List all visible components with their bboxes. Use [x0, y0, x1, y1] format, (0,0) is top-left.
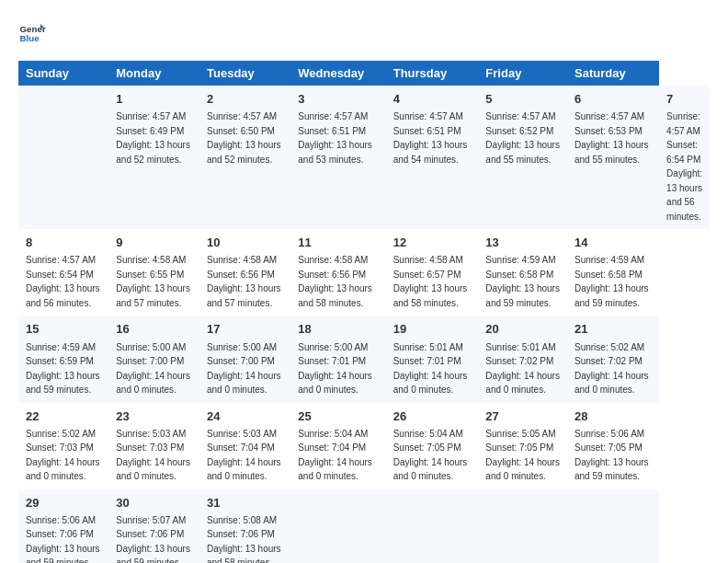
- page-header: General Blue: [18, 18, 710, 46]
- day-number: 11: [298, 235, 378, 251]
- calendar-cell: 20Sunrise: 5:01 AMSunset: 7:02 PMDayligh…: [478, 316, 567, 402]
- day-number: 20: [485, 321, 560, 338]
- day-info: Sunrise: 4:58 AMSunset: 6:57 PMDaylight:…: [393, 255, 468, 308]
- day-number: 14: [574, 235, 652, 251]
- calendar-cell: 10Sunrise: 4:58 AMSunset: 6:56 PMDayligh…: [199, 229, 290, 316]
- logo-icon: General Blue: [18, 18, 46, 46]
- calendar-week-row: 29Sunrise: 5:06 AMSunset: 7:06 PMDayligh…: [18, 489, 710, 563]
- calendar-week-row: 15Sunrise: 4:59 AMSunset: 6:59 PMDayligh…: [18, 316, 710, 402]
- day-number: 18: [298, 321, 378, 338]
- calendar-cell: 31Sunrise: 5:08 AMSunset: 7:06 PMDayligh…: [199, 489, 290, 563]
- day-info: Sunrise: 5:03 AMSunset: 7:04 PMDaylight:…: [207, 429, 281, 482]
- day-number: 26: [393, 408, 472, 425]
- calendar-cell: [478, 489, 567, 563]
- day-info: Sunrise: 4:57 AMSunset: 6:54 PMDaylight:…: [666, 111, 702, 222]
- day-number: 22: [26, 408, 101, 425]
- calendar-cell: 14Sunrise: 4:59 AMSunset: 6:58 PMDayligh…: [567, 229, 659, 316]
- calendar-cell: 9Sunrise: 4:58 AMSunset: 6:55 PMDaylight…: [108, 229, 199, 316]
- calendar-cell: 29Sunrise: 5:06 AMSunset: 7:06 PMDayligh…: [18, 489, 108, 563]
- calendar-cell: 30Sunrise: 5:07 AMSunset: 7:06 PMDayligh…: [108, 489, 199, 563]
- calendar-cell: [290, 489, 385, 563]
- day-number: 8: [26, 235, 101, 251]
- column-header-thursday: Thursday: [386, 61, 479, 86]
- calendar-cell: 26Sunrise: 5:04 AMSunset: 7:05 PMDayligh…: [386, 403, 479, 489]
- day-info: Sunrise: 4:58 AMSunset: 6:56 PMDaylight:…: [298, 255, 372, 308]
- calendar-cell: 6Sunrise: 4:57 AMSunset: 6:53 PMDaylight…: [567, 86, 659, 229]
- day-number: 25: [298, 408, 378, 425]
- day-info: Sunrise: 4:59 AMSunset: 6:58 PMDaylight:…: [485, 255, 560, 308]
- calendar-cell: 7Sunrise: 4:57 AMSunset: 6:54 PMDaylight…: [659, 86, 710, 229]
- calendar-cell: 27Sunrise: 5:05 AMSunset: 7:05 PMDayligh…: [478, 403, 567, 489]
- day-number: 9: [116, 235, 192, 251]
- calendar-week-row: 1Sunrise: 4:57 AMSunset: 6:49 PMDaylight…: [18, 86, 710, 229]
- day-number: 17: [207, 321, 283, 338]
- day-info: Sunrise: 5:02 AMSunset: 7:03 PMDaylight:…: [26, 429, 100, 482]
- day-info: Sunrise: 5:00 AMSunset: 7:01 PMDaylight:…: [298, 342, 372, 396]
- day-info: Sunrise: 4:57 AMSunset: 6:53 PMDaylight:…: [574, 111, 649, 165]
- logo: General Blue: [18, 18, 46, 46]
- day-info: Sunrise: 5:01 AMSunset: 7:01 PMDaylight:…: [393, 342, 468, 396]
- calendar-cell: 3Sunrise: 4:57 AMSunset: 6:51 PMDaylight…: [290, 86, 385, 229]
- day-number: 10: [207, 235, 283, 251]
- column-header-monday: Monday: [108, 61, 199, 86]
- day-number: 16: [116, 321, 192, 338]
- calendar-cell: 5Sunrise: 4:57 AMSunset: 6:52 PMDaylight…: [478, 86, 567, 229]
- calendar-cell: 12Sunrise: 4:58 AMSunset: 6:57 PMDayligh…: [386, 229, 479, 316]
- day-number: 7: [666, 91, 702, 108]
- svg-text:Blue: Blue: [20, 33, 40, 43]
- day-info: Sunrise: 4:57 AMSunset: 6:51 PMDaylight:…: [298, 111, 372, 165]
- day-info: Sunrise: 4:57 AMSunset: 6:51 PMDaylight:…: [393, 111, 468, 165]
- day-number: 30: [116, 495, 192, 511]
- day-number: 27: [485, 408, 560, 425]
- calendar-cell: 23Sunrise: 5:03 AMSunset: 7:03 PMDayligh…: [108, 403, 199, 489]
- calendar-cell: 24Sunrise: 5:03 AMSunset: 7:04 PMDayligh…: [199, 403, 290, 489]
- calendar-cell: 11Sunrise: 4:58 AMSunset: 6:56 PMDayligh…: [290, 229, 385, 316]
- day-number: 28: [574, 408, 652, 425]
- calendar-cell: 13Sunrise: 4:59 AMSunset: 6:58 PMDayligh…: [478, 229, 567, 316]
- calendar-cell: 22Sunrise: 5:02 AMSunset: 7:03 PMDayligh…: [18, 403, 108, 489]
- day-info: Sunrise: 5:03 AMSunset: 7:03 PMDaylight:…: [116, 429, 190, 482]
- calendar-week-row: 8Sunrise: 4:57 AMSunset: 6:54 PMDaylight…: [18, 229, 710, 316]
- day-info: Sunrise: 5:00 AMSunset: 7:00 PMDaylight:…: [207, 342, 281, 396]
- day-number: 1: [116, 91, 192, 108]
- calendar-cell: 28Sunrise: 5:06 AMSunset: 7:05 PMDayligh…: [567, 403, 659, 489]
- day-info: Sunrise: 4:57 AMSunset: 6:52 PMDaylight:…: [485, 111, 560, 165]
- calendar-cell: 18Sunrise: 5:00 AMSunset: 7:01 PMDayligh…: [290, 316, 385, 402]
- calendar-cell: 25Sunrise: 5:04 AMSunset: 7:04 PMDayligh…: [290, 403, 385, 489]
- column-header-tuesday: Tuesday: [199, 61, 290, 86]
- day-info: Sunrise: 5:01 AMSunset: 7:02 PMDaylight:…: [485, 342, 560, 396]
- day-number: 15: [26, 321, 101, 338]
- column-header-wednesday: Wednesday: [290, 61, 385, 86]
- day-number: 23: [116, 408, 192, 425]
- day-number: 6: [574, 91, 652, 108]
- day-number: 13: [485, 235, 560, 251]
- calendar-cell: 4Sunrise: 4:57 AMSunset: 6:51 PMDaylight…: [386, 86, 479, 229]
- day-info: Sunrise: 4:57 AMSunset: 6:49 PMDaylight:…: [116, 111, 190, 165]
- day-number: 31: [207, 495, 283, 511]
- calendar-cell: [386, 489, 479, 563]
- day-number: 29: [26, 495, 101, 511]
- day-number: 3: [298, 91, 378, 108]
- day-info: Sunrise: 5:08 AMSunset: 7:06 PMDaylight:…: [207, 515, 281, 563]
- day-info: Sunrise: 4:57 AMSunset: 6:50 PMDaylight:…: [207, 111, 281, 165]
- day-number: 19: [393, 321, 472, 338]
- calendar-cell: 2Sunrise: 4:57 AMSunset: 6:50 PMDaylight…: [199, 86, 290, 229]
- day-info: Sunrise: 5:04 AMSunset: 7:04 PMDaylight:…: [298, 429, 372, 482]
- calendar-cell: 16Sunrise: 5:00 AMSunset: 7:00 PMDayligh…: [108, 316, 199, 402]
- calendar-cell: 1Sunrise: 4:57 AMSunset: 6:49 PMDaylight…: [108, 86, 199, 229]
- day-number: 12: [393, 235, 472, 251]
- day-info: Sunrise: 4:57 AMSunset: 6:54 PMDaylight:…: [26, 255, 100, 308]
- day-info: Sunrise: 5:06 AMSunset: 7:05 PMDaylight:…: [574, 429, 649, 482]
- day-info: Sunrise: 5:05 AMSunset: 7:05 PMDaylight:…: [485, 429, 560, 482]
- calendar-cell: [567, 489, 659, 563]
- day-number: 2: [207, 91, 283, 108]
- day-info: Sunrise: 5:07 AMSunset: 7:06 PMDaylight:…: [116, 515, 190, 563]
- day-info: Sunrise: 4:58 AMSunset: 6:55 PMDaylight:…: [116, 255, 190, 308]
- calendar-cell: 15Sunrise: 4:59 AMSunset: 6:59 PMDayligh…: [18, 316, 108, 402]
- day-number: 5: [485, 91, 560, 108]
- calendar-cell: 17Sunrise: 5:00 AMSunset: 7:00 PMDayligh…: [199, 316, 290, 402]
- day-info: Sunrise: 4:59 AMSunset: 6:59 PMDaylight:…: [26, 342, 100, 396]
- day-info: Sunrise: 5:06 AMSunset: 7:06 PMDaylight:…: [26, 515, 100, 563]
- calendar-header-row: SundayMondayTuesdayWednesdayThursdayFrid…: [18, 61, 710, 86]
- column-header-sunday: Sunday: [18, 61, 108, 86]
